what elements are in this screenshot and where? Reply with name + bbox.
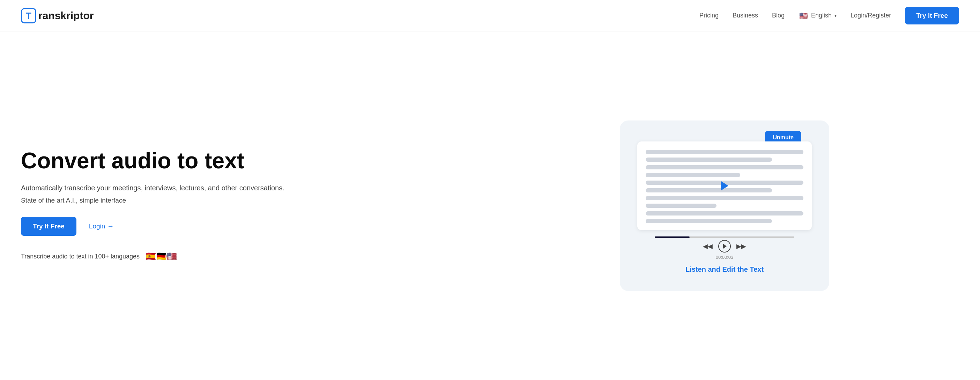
doc-line-9 [646, 211, 803, 216]
rewind-button[interactable]: ◀◀ [703, 243, 713, 250]
try-it-free-button-hero[interactable]: Try It Free [21, 217, 76, 236]
flags-row: 🇪🇸 🇩🇪 🇺🇸 [145, 250, 179, 263]
hero-subtitle: Automatically transcribe your meetings, … [21, 183, 476, 193]
play-arrow-icon [721, 181, 729, 191]
document-card [637, 141, 812, 230]
doc-line-10 [646, 219, 772, 223]
hero-actions: Try It Free Login → [21, 217, 476, 236]
login-link-hero[interactable]: Login → [89, 222, 114, 230]
flag-english: 🇺🇸 [165, 250, 179, 263]
login-label: Login [89, 222, 105, 230]
progress-fill [655, 236, 690, 238]
languages-label: Transcribe audio to text in 100+ languag… [21, 253, 140, 260]
progress-bar[interactable] [655, 236, 794, 238]
hero-section: Convert audio to text Automatically tran… [0, 32, 980, 380]
nav-links: Pricing Business Blog 🇺🇸 English ▾ Login… [699, 7, 959, 24]
chevron-down-icon: ▾ [834, 13, 837, 18]
illustration-wrapper: Unmute [620, 120, 829, 291]
doc-line-7 [646, 196, 803, 200]
logo-wordmark: ranskriptor [38, 10, 94, 22]
login-register-link[interactable]: Login/Register [851, 12, 891, 19]
hero-title: Convert audio to text [21, 148, 476, 173]
language-selector[interactable]: 🇺🇸 English ▾ [799, 11, 837, 21]
play-triangle-icon [723, 244, 727, 249]
doc-line-4 [646, 173, 740, 177]
flag-icon: 🇺🇸 [799, 11, 808, 21]
doc-line-3 [646, 165, 803, 169]
language-label: English [811, 12, 832, 19]
navbar: T ranskriptor Pricing Business Blog 🇺🇸 E… [0, 0, 980, 32]
nav-item-business[interactable]: Business [733, 12, 758, 19]
doc-line-2 [646, 158, 772, 162]
nav-item-blog[interactable]: Blog [772, 12, 784, 19]
nav-item-pricing[interactable]: Pricing [699, 12, 719, 19]
doc-line-8 [646, 204, 716, 208]
play-pause-button[interactable] [718, 240, 731, 252]
try-it-free-button-nav[interactable]: Try It Free [905, 7, 959, 24]
logo-t-letter: T [26, 11, 32, 20]
login-arrow-icon: → [107, 222, 114, 230]
listen-edit-link[interactable]: Listen and Edit the Text [686, 265, 764, 273]
languages-row: Transcribe audio to text in 100+ languag… [21, 250, 476, 263]
hero-right-illustration: Unmute [490, 120, 959, 291]
player-controls: ◀◀ ▶▶ [703, 240, 746, 252]
logo-icon: T [21, 8, 36, 23]
fast-forward-button[interactable]: ▶▶ [737, 243, 746, 250]
logo[interactable]: T ranskriptor [21, 8, 94, 23]
doc-line-1 [646, 150, 803, 154]
audio-player: ◀◀ ▶▶ 00:00:03 [637, 236, 812, 260]
doc-line-6 [646, 188, 772, 192]
time-label: 00:00:03 [716, 255, 733, 260]
hero-tagline: State of the art A.I., simple interface [21, 196, 476, 204]
hero-left-content: Convert audio to text Automatically tran… [21, 148, 490, 263]
